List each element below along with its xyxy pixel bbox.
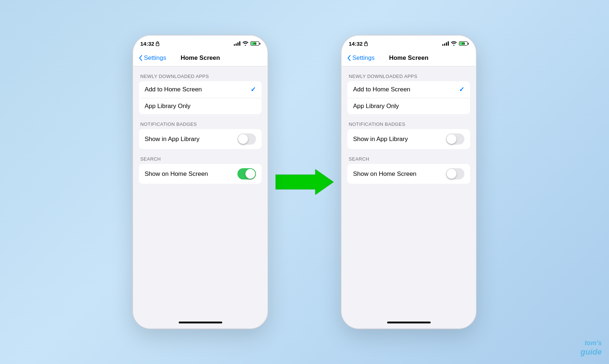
toggle-show-app-lib-before[interactable] <box>237 133 256 145</box>
status-icons-before: 75 <box>234 41 260 46</box>
main-container: 14:32 75 <box>132 35 477 329</box>
section-label-newly-before: NEWLY DOWNLOADED APPS <box>133 74 268 81</box>
row-app-library-after[interactable]: App Library Only <box>347 98 470 114</box>
svg-rect-0 <box>156 43 159 46</box>
row-label-app-library-before: App Library Only <box>145 103 191 110</box>
nav-bar-after: Settings Home Screen <box>341 51 476 66</box>
battery-icon-after: 75 <box>459 41 469 46</box>
section-label-notif-before: NOTIFICATION BADGES <box>133 121 268 129</box>
guide-text: guide <box>580 347 602 357</box>
settings-group-search-before: Show on Home Screen <box>139 164 262 184</box>
back-chevron-before <box>139 55 142 61</box>
row-label-show-app-lib-after: Show in App Library <box>353 136 408 143</box>
row-label-show-app-lib-before: Show in App Library <box>145 136 199 143</box>
back-chevron-after <box>347 55 351 61</box>
settings-group-search-after: Show on Home Screen <box>347 164 470 184</box>
section-label-search-after: SEARCH <box>341 156 476 164</box>
settings-group-newly-after: Add to Home Screen ✓ App Library Only <box>347 81 470 114</box>
home-bar-after <box>387 322 431 323</box>
toggle-show-home-after[interactable] <box>446 168 464 179</box>
row-show-home-before[interactable]: Show on Home Screen <box>139 164 262 184</box>
settings-group-newly-before: Add to Home Screen ✓ App Library Only <box>139 81 262 114</box>
settings-group-notif-after: Show in App Library <box>347 129 470 149</box>
toggle-knob-show-home-after <box>447 169 456 179</box>
battery-icon-before: 75 <box>250 41 260 46</box>
nav-title-before: Home Screen <box>181 54 220 62</box>
section-label-notif-after: NOTIFICATION BADGES <box>341 121 476 129</box>
toms-guide-watermark: tom's guide <box>580 339 602 357</box>
row-show-home-after[interactable]: Show on Home Screen <box>347 164 470 184</box>
back-label-after: Settings <box>352 54 374 62</box>
section-label-newly-after: NEWLY DOWNLOADED APPS <box>341 74 476 81</box>
row-show-app-lib-before[interactable]: Show in App Library <box>139 129 262 149</box>
status-bar-before: 14:32 75 <box>133 36 268 51</box>
home-indicator-before <box>133 316 268 328</box>
row-app-library-before[interactable]: App Library Only <box>139 98 262 114</box>
nav-title-after: Home Screen <box>389 54 428 62</box>
status-icons-after: 75 <box>442 41 469 46</box>
row-add-home-before[interactable]: Add to Home Screen ✓ <box>139 81 262 98</box>
wifi-icon-after <box>451 41 457 46</box>
settings-content-before: NEWLY DOWNLOADED APPS Add to Home Screen… <box>133 66 268 316</box>
iphone-before: 14:32 75 <box>132 35 268 329</box>
toggle-knob-show-home-before <box>245 169 255 179</box>
lock-icon-after <box>364 41 368 46</box>
row-label-add-home-after: Add to Home Screen <box>353 86 410 93</box>
arrow-container <box>268 167 341 197</box>
status-time-before: 14:32 <box>140 41 160 47</box>
row-label-show-home-before: Show on Home Screen <box>145 170 208 178</box>
section-label-search-before: SEARCH <box>133 156 268 164</box>
row-label-show-home-after: Show on Home Screen <box>353 170 417 178</box>
wifi-icon-before <box>243 41 248 46</box>
back-button-after[interactable]: Settings <box>347 54 374 62</box>
svg-marker-1 <box>276 169 334 195</box>
lock-icon <box>156 41 160 46</box>
status-bar-after: 14:32 75 <box>341 36 476 51</box>
row-label-add-home-before: Add to Home Screen <box>145 86 202 93</box>
settings-group-notif-before: Show in App Library <box>139 129 262 149</box>
toggle-show-app-lib-after[interactable] <box>446 133 464 145</box>
back-label-before: Settings <box>144 54 166 62</box>
signal-bars-before <box>234 41 240 46</box>
checkmark-add-home-before: ✓ <box>250 86 256 94</box>
toggle-show-home-before[interactable] <box>237 168 256 179</box>
iphone-after: 14:32 75 <box>341 35 477 329</box>
toggle-knob-show-app-lib-after <box>447 134 456 144</box>
row-add-home-after[interactable]: Add to Home Screen ✓ <box>347 81 470 98</box>
home-indicator-after <box>341 316 476 328</box>
toggle-knob-show-app-lib-before <box>238 134 248 144</box>
row-show-app-lib-after[interactable]: Show in App Library <box>347 129 470 149</box>
toms-text: tom's <box>580 339 602 347</box>
status-time-after: 14:32 <box>349 41 368 47</box>
row-label-app-library-after: App Library Only <box>353 103 399 110</box>
green-arrow <box>276 167 334 197</box>
checkmark-add-home-after: ✓ <box>459 86 464 94</box>
home-bar-before <box>179 322 222 323</box>
settings-content-after: NEWLY DOWNLOADED APPS Add to Home Screen… <box>341 66 476 316</box>
back-button-before[interactable]: Settings <box>139 54 166 62</box>
signal-bars-after <box>442 41 449 46</box>
nav-bar-before: Settings Home Screen <box>133 51 268 66</box>
svg-rect-2 <box>365 43 368 46</box>
